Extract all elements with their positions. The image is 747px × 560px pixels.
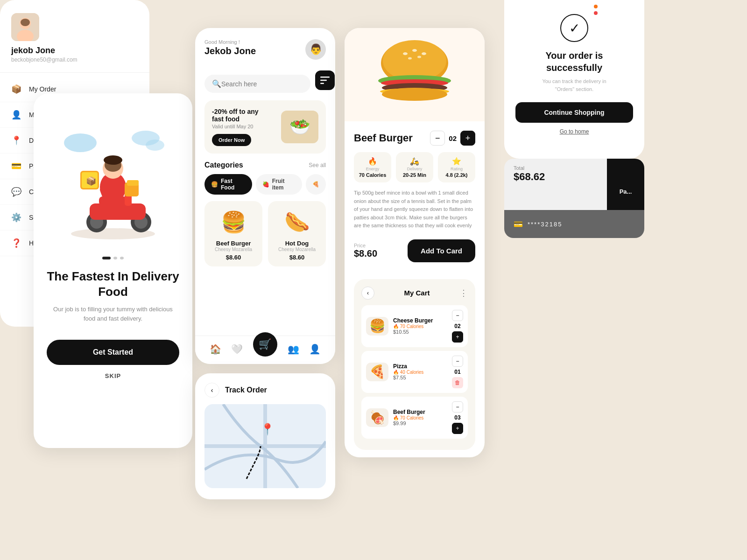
add-to-cart-button[interactable]: Add To Card — [408, 239, 475, 262]
product-price: $8.60 — [354, 248, 377, 259]
chat-icon: 💬 — [11, 187, 22, 197]
list-item: 🍔 Cheese Burger 🔥 70 Calories $10.55 − 0… — [361, 305, 468, 347]
filter-button[interactable] — [315, 70, 335, 90]
banner-title: -20% off to anyfast food — [212, 108, 259, 123]
list-item[interactable]: 🍔 Beef Burger Cheesy Mozarella $8.60 — [204, 201, 262, 266]
hotdog-name: Hot Dog — [285, 240, 309, 247]
track-order-title: Track Order — [225, 386, 267, 394]
decrease-button[interactable]: − — [430, 131, 445, 146]
search-input[interactable] — [221, 80, 303, 88]
product-content: Beef Burger − 02 + 🔥 Energy 70 Calories … — [345, 121, 485, 272]
nav-profile-icon[interactable]: 👤 — [309, 343, 321, 355]
cart-back-button[interactable]: ‹ — [361, 287, 374, 300]
home-header: Good Morning ! Jekob Jone 👨 — [204, 39, 326, 60]
go-to-home-link[interactable]: Go to home — [560, 128, 589, 135]
category-other[interactable]: 🍕 — [306, 174, 326, 195]
help-icon: ❓ — [11, 238, 22, 248]
svg-point-2 — [146, 140, 164, 151]
cheese-burger-plus[interactable]: + — [452, 331, 463, 343]
nav-friends-icon[interactable]: 👥 — [288, 343, 299, 355]
see-all-link[interactable]: See all — [309, 162, 326, 168]
category-fastfood[interactable]: 🍔 Fast Food — [204, 174, 252, 195]
energy-label: Energy — [366, 167, 380, 171]
pizza-name: Pizza — [393, 363, 447, 370]
fruit-label: Fruit item — [272, 178, 296, 191]
energy-value: 70 Calories — [359, 172, 387, 178]
delivery-label: Delivery — [407, 167, 423, 171]
onboarding-screen: 📦 The Fastest In Delivery Food Our job i… — [34, 93, 192, 448]
price-label: Price — [354, 243, 377, 248]
svg-point-29 — [412, 49, 417, 52]
skip-button[interactable]: SKIP — [105, 372, 121, 379]
delivery-value: 20-25 Min — [403, 172, 426, 178]
nav-home-icon[interactable]: 🏠 — [210, 343, 221, 355]
card-info-bar: 💳 ****32185 — [504, 210, 644, 238]
search-wrapper: 🔍 — [204, 67, 326, 93]
profile-avatar — [11, 13, 39, 41]
continue-shopping-button[interactable]: Continue Shopping — [515, 102, 633, 123]
svg-point-0 — [64, 133, 97, 152]
bottom-nav: 🏠 🤍 🛒 👥 👤 — [195, 336, 335, 364]
cheese-burger-name: Cheese Burger — [393, 317, 447, 324]
cart-panel: ‹ My Cart ⋮ 🍔 Cheese Burger 🔥 70 Calorie… — [354, 279, 475, 450]
list-item: 🍖 Beef Burger 🔥 70 Calories $9.99 − 03 + — [361, 397, 468, 439]
list-item[interactable]: 🌭 Hot Dog Cheesy Mozarella $8.60 — [268, 201, 326, 266]
pizza-delete[interactable]: 🗑 — [452, 377, 463, 388]
product-description: Tip 500g beef mince into a bowl with 1 s… — [354, 189, 475, 230]
success-title: Your order issuccessfully — [546, 49, 603, 74]
back-button[interactable]: ‹ — [204, 383, 219, 398]
svg-rect-20 — [127, 180, 139, 186]
decoration-dot-red — [594, 11, 598, 15]
onboarding-title: The Fastest In Delivery Food — [47, 269, 179, 299]
profile-header: jekob Jone beckobjone50@gmail.com — [0, 0, 149, 73]
fastfood-label: Fast Food — [221, 178, 246, 191]
location-icon: 📍 — [11, 135, 22, 146]
onboarding-illustration: 📦 — [52, 115, 174, 245]
user-name: Jekob Jone — [204, 46, 256, 56]
dot-3 — [120, 257, 124, 259]
hotdog-image: 🌭 — [278, 207, 316, 237]
onboarding-subtitle: Our job is to filling your tummy with de… — [47, 305, 179, 323]
svg-point-37 — [382, 88, 447, 101]
avatar[interactable]: 👨 — [305, 39, 326, 60]
beef-burger-qty: 03 — [454, 414, 460, 421]
pizza-calories: 🔥 40 Calories — [393, 370, 447, 375]
get-started-button[interactable]: Get Started — [47, 340, 179, 365]
promo-banner: -20% off to anyfast food Valid untill Ma… — [204, 100, 326, 154]
fastfood-icon: 🍔 — [211, 181, 218, 188]
beef-burger-minus[interactable]: − — [452, 401, 463, 413]
cart-header: ‹ My Cart ⋮ — [361, 287, 468, 300]
nav-heart-icon[interactable]: 🤍 — [231, 343, 243, 355]
cheese-burger-info: Cheese Burger 🔥 70 Calories $10.55 — [393, 317, 447, 335]
cheese-burger-price: $10.55 — [393, 329, 447, 335]
decoration-dot-orange — [594, 5, 598, 8]
home-screen: Good Morning ! Jekob Jone 👨 🔍 -20% off t… — [195, 28, 335, 364]
profile-name: jekob Jone — [11, 46, 138, 56]
beef-burger-cart-info: Beef Burger 🔥 70 Calories $9.99 — [393, 409, 447, 426]
profile-email: beckobjone50@gmail.com — [11, 56, 138, 63]
product-title-row: Beef Burger − 02 + — [354, 131, 475, 146]
increase-button[interactable]: + — [460, 131, 475, 146]
fruit-icon: 🍓 — [262, 181, 269, 188]
banner-valid: Valid untill May 20 — [212, 124, 259, 129]
track-order-header: ‹ Track Order — [204, 383, 326, 398]
energy-stat: 🔥 Energy 70 Calories — [354, 152, 391, 182]
categories-header: Categories See all — [204, 161, 326, 169]
beef-burger-cart-price: $9.99 — [393, 420, 447, 426]
svg-point-40 — [21, 19, 30, 26]
order-now-button[interactable]: Order Now — [212, 134, 251, 146]
cheese-burger-minus[interactable]: − — [452, 310, 463, 321]
category-fruit[interactable]: 🍓 Fruit item — [256, 174, 302, 195]
beef-burger-cart-name: Beef Burger — [393, 409, 447, 415]
svg-rect-22 — [320, 79, 327, 81]
pizza-info: Pizza 🔥 40 Calories $7.55 — [393, 363, 447, 380]
nav-cart-button[interactable]: 🛒 — [253, 332, 277, 357]
product-detail-screen: Beef Burger − 02 + 🔥 Energy 70 Calories … — [345, 28, 485, 457]
search-bar[interactable]: 🔍 — [204, 75, 310, 93]
product-name: Beef Burger — [354, 132, 413, 144]
success-check-icon: ✓ — [560, 14, 588, 42]
beef-burger-plus[interactable]: + — [452, 423, 463, 434]
pizza-minus[interactable]: − — [452, 356, 463, 367]
cart-more-button[interactable]: ⋮ — [459, 288, 468, 298]
svg-point-27 — [383, 40, 446, 81]
